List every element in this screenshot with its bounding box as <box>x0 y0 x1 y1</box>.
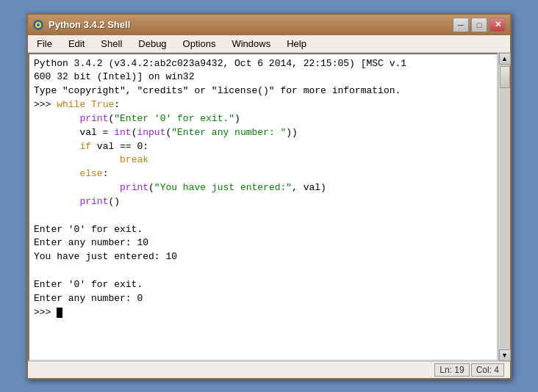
header-text-1: Python 3.4.2 (v3.4.2:ab2c023a9432, Oct 6… <box>34 58 406 69</box>
menu-bar: File Edit Shell Debug Options Windows He… <box>28 35 510 53</box>
maximize-button[interactable]: □ <box>471 18 487 32</box>
code-line-4: if val == 0: <box>34 140 492 154</box>
scrollbar[interactable]: ▲ ▼ <box>498 53 510 361</box>
code-line-3: val = int(input("Enter any number: ")) <box>34 126 492 140</box>
svg-point-2 <box>37 23 40 26</box>
python-shell-window: Python 3.4.2 Shell ─ □ ✕ File Edit Shell… <box>26 13 512 380</box>
shell-content[interactable]: Python 3.4.2 (v3.4.2:ab2c023a9432, Oct 6… <box>28 53 498 361</box>
header-text-2: 600 32 bit (Intel)] on win32 <box>34 71 194 82</box>
header-line-3: Type "copyright", "credits" or "license(… <box>34 84 492 98</box>
menu-debug[interactable]: Debug <box>135 37 169 51</box>
status-bar: Ln: 19 Col: 4 <box>28 361 510 378</box>
output-line-3: You have just entered: 10 <box>34 250 492 264</box>
output-line-2: Enter any number: 10 <box>34 236 492 250</box>
prompt-text: >>> <box>34 307 57 318</box>
menu-windows[interactable]: Windows <box>229 37 273 51</box>
output-text-1: Enter '0' for exit. <box>34 224 143 235</box>
header-text-3: Type "copyright", "credits" or "license(… <box>34 85 401 96</box>
shell-wrapper: Python 3.4.2 (v3.4.2:ab2c023a9432, Oct 6… <box>28 53 498 361</box>
code-line-2: print("Enter '0' for exit.") <box>34 112 492 126</box>
code-line-8: print() <box>34 195 492 209</box>
blank-line-2 <box>34 264 492 278</box>
menu-options[interactable]: Options <box>180 37 219 51</box>
code-line-1: >>> while True: <box>34 98 492 112</box>
python-icon <box>32 19 44 31</box>
shell-area: Python 3.4.2 (v3.4.2:ab2c023a9432, Oct 6… <box>28 53 510 361</box>
line-number: Ln: 19 <box>434 363 469 377</box>
menu-shell[interactable]: Shell <box>98 37 125 51</box>
menu-file[interactable]: File <box>34 37 55 51</box>
output-text-6: Enter any number: 0 <box>34 293 143 304</box>
window-title: Python 3.4.2 Shell <box>49 19 130 30</box>
header-line-1: Python 3.4.2 (v3.4.2:ab2c023a9432, Oct 6… <box>34 57 492 71</box>
col-number: Col: 4 <box>471 363 504 377</box>
scrollbar-thumb[interactable] <box>500 66 510 88</box>
header-line-2: 600 32 bit (Intel)] on win32 <box>34 70 492 84</box>
menu-help[interactable]: Help <box>284 37 309 51</box>
output-text-3: You have just entered: 10 <box>34 251 177 262</box>
code-line-7: print("You have just entered:", val) <box>34 181 492 195</box>
cursor <box>57 308 62 318</box>
code-line-6: else: <box>34 167 492 181</box>
title-bar-left: Python 3.4.2 Shell <box>32 19 130 31</box>
title-bar: Python 3.4.2 Shell ─ □ ✕ <box>28 15 510 35</box>
menu-edit[interactable]: Edit <box>65 37 87 51</box>
output-text-5: Enter '0' for exit. <box>34 279 143 290</box>
title-controls: ─ □ ✕ <box>453 18 506 32</box>
code-line-5: break <box>34 153 492 167</box>
scrollbar-track[interactable] <box>500 65 510 349</box>
close-button[interactable]: ✕ <box>489 18 506 32</box>
scroll-down-button[interactable]: ▼ <box>499 349 511 361</box>
blank-line-1 <box>34 209 492 223</box>
output-line-5: Enter '0' for exit. <box>34 278 492 292</box>
final-prompt-line: >>> <box>34 306 492 320</box>
output-text-2: Enter any number: 10 <box>34 237 148 248</box>
minimize-button[interactable]: ─ <box>453 18 469 32</box>
output-line-1: Enter '0' for exit. <box>34 223 492 237</box>
output-line-6: Enter any number: 0 <box>34 292 492 306</box>
scroll-up-button[interactable]: ▲ <box>499 53 511 65</box>
